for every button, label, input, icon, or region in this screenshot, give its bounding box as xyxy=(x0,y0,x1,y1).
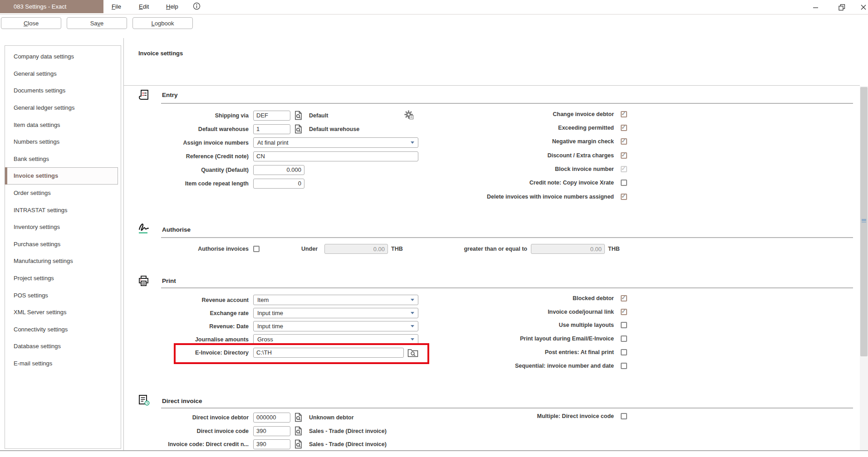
direct-invoice-section-title: Direct invoice xyxy=(162,398,202,404)
logbook-button[interactable]: Logbook xyxy=(132,17,193,29)
reference-credit-note-label: Reference (Credit note) xyxy=(136,153,249,160)
sequential-invoice-number-date-checkbox[interactable] xyxy=(621,363,627,369)
credit-note-copy-invoice-xrate-checkbox[interactable] xyxy=(621,180,627,186)
invoice-code-direct-credit-note-row: Invoice code: Direct credit n... Sales -… xyxy=(136,439,387,449)
entry-ledger-icon xyxy=(137,89,150,103)
sidebar-item-project-settings[interactable]: Project settings xyxy=(5,270,121,287)
save-button[interactable]: Save xyxy=(67,17,127,29)
item-code-repeat-length-input[interactable] xyxy=(253,179,304,189)
revenue-date-label: Revenue: Date xyxy=(136,323,249,330)
invoice-code-journal-link-checkbox[interactable] xyxy=(621,309,627,315)
close-window-button[interactable] xyxy=(857,3,868,11)
item-code-repeat-length-row: Item code repeat length xyxy=(136,178,304,189)
greater-than-label: greater than or equal to xyxy=(431,244,527,254)
sidebar-item-intrastat-settings[interactable]: INTRASTAT settings xyxy=(5,201,121,219)
page-title: Invoice settings xyxy=(138,50,183,57)
default-warehouse-label: Default warehouse xyxy=(136,126,249,132)
sidebar-item-general-ledger-settings[interactable]: General ledger settings xyxy=(5,99,121,117)
direct-invoice-debtor-input[interactable] xyxy=(253,413,290,423)
post-entries-final-print-checkbox[interactable] xyxy=(621,349,627,355)
info-icon[interactable] xyxy=(193,2,201,12)
reference-credit-note-row: Reference (Credit note) xyxy=(136,151,418,161)
default-warehouse-input[interactable] xyxy=(253,124,290,134)
sidebar-item-connectivity-settings[interactable]: Connectivity settings xyxy=(5,321,121,338)
einvoice-directory-label: E-Invoice: Directory xyxy=(136,350,249,356)
default-warehouse-row: Default warehouse Default warehouse xyxy=(136,124,359,134)
assign-invoice-numbers-select[interactable]: At final print xyxy=(253,137,418,148)
assign-invoice-numbers-row: Assign invoice numbers At final print xyxy=(136,137,418,148)
checkbox-row: Block invoice number xyxy=(404,164,627,174)
revenue-account-select[interactable]: Item xyxy=(253,295,418,305)
sidebar-item-email-settings[interactable]: E-mail settings xyxy=(5,355,121,372)
quantity-default-input[interactable] xyxy=(253,165,304,175)
reference-credit-note-input[interactable] xyxy=(253,151,418,161)
exchange-rate-label: Exchange rate xyxy=(136,310,249,316)
browse-icon[interactable] xyxy=(294,426,303,436)
entry-section-title: Entry xyxy=(162,92,178,98)
checkbox-label: Invoice code/journal link xyxy=(404,309,614,315)
print-layout-email-einvoice-checkbox[interactable] xyxy=(621,335,627,342)
menu-divider xyxy=(0,14,868,15)
greater-than-currency-label: THB xyxy=(608,244,620,254)
menu-file[interactable]: File xyxy=(112,3,121,10)
use-multiple-layouts-checkbox[interactable] xyxy=(621,322,627,328)
direct-invoice-code-input[interactable] xyxy=(253,426,290,436)
sidebar-item-invoice-settings[interactable]: Invoice settings xyxy=(5,167,118,185)
blocked-debtor-checkbox[interactable] xyxy=(621,295,627,301)
sidebar-item-company-data-settings[interactable]: Company data settings xyxy=(5,48,121,65)
journalise-amounts-value: Gross xyxy=(257,336,273,343)
assign-invoice-numbers-value: At final print xyxy=(257,139,289,146)
sidebar-item-manufacturing-settings[interactable]: Manufacturing settings xyxy=(5,253,121,270)
block-invoice-number-checkbox xyxy=(621,166,627,172)
revenue-date-select[interactable]: Input time xyxy=(253,321,418,331)
menu-help[interactable]: Help xyxy=(166,3,178,10)
checkbox-row: Blocked debtor xyxy=(404,293,627,303)
checkbox-row: Post entries: At final print xyxy=(404,347,627,357)
multiple-direct-invoice-code-checkbox[interactable] xyxy=(621,413,627,419)
discount-extra-charges-checkbox[interactable] xyxy=(621,152,627,159)
sidebar-item-order-settings[interactable]: Order settings xyxy=(5,185,121,202)
checkbox-label: Post entries: At final print xyxy=(404,349,614,355)
minimize-button[interactable] xyxy=(809,3,822,11)
direct-invoice-debtor-label: Direct invoice debtor xyxy=(136,414,249,421)
sidebar-item-bank-settings[interactable]: Bank settings xyxy=(5,151,121,168)
browse-icon[interactable] xyxy=(294,439,303,449)
browse-icon[interactable] xyxy=(294,124,303,134)
authorise-section-divider xyxy=(161,237,853,238)
revenue-account-value: Item xyxy=(257,297,269,303)
delete-invoices-checkbox[interactable] xyxy=(621,194,627,200)
item-code-repeat-length-label: Item code repeat length xyxy=(136,180,249,187)
revenue-account-label: Revenue account xyxy=(136,297,249,303)
checkbox-label: Use multiple layouts xyxy=(404,322,614,328)
journalise-amounts-select[interactable]: Gross xyxy=(253,334,418,345)
checkbox-label: Discount / Extra charges xyxy=(404,152,614,159)
authorise-section-title: Authorise xyxy=(162,226,191,233)
restore-button[interactable] xyxy=(835,3,848,11)
sidebar-item-inventory-settings[interactable]: Inventory settings xyxy=(5,219,121,236)
authorise-row: Authorise invoices Under THB greater tha… xyxy=(0,244,868,254)
sidebar-item-numbers-settings[interactable]: Numbers settings xyxy=(5,133,121,151)
direct-invoice-document-clock-icon xyxy=(137,394,150,408)
close-button[interactable]: Close xyxy=(1,17,61,29)
sidebar-item-general-settings[interactable]: General settings xyxy=(5,65,121,83)
menu-edit[interactable]: Edit xyxy=(139,3,149,10)
sidebar-item-database-settings[interactable]: Database settings xyxy=(5,338,121,355)
revenue-date-row: Revenue: Date Input time xyxy=(136,321,418,331)
direct-invoice-code-row: Direct invoice code Sales - Trade (Direc… xyxy=(136,426,387,436)
sidebar-item-documents-settings[interactable]: Documents settings xyxy=(5,82,121,99)
invoice-code-direct-credit-note-input[interactable] xyxy=(253,439,290,449)
negative-margin-check-checkbox[interactable] xyxy=(621,138,627,145)
einvoice-directory-input[interactable] xyxy=(253,348,404,358)
checkbox-label: Blocked debtor xyxy=(404,295,614,301)
sidebar-item-xml-server-settings[interactable]: XML Server settings xyxy=(5,304,121,321)
authorise-invoices-checkbox[interactable] xyxy=(253,246,260,252)
sidebar-item-item-data-settings[interactable]: Item data settings xyxy=(5,116,121,133)
authorise-signature-icon xyxy=(137,222,151,236)
browse-icon[interactable] xyxy=(294,111,303,120)
shipping-via-input[interactable] xyxy=(253,111,290,121)
change-invoice-debtor-checkbox[interactable] xyxy=(621,111,627,117)
exchange-rate-select[interactable]: Input time xyxy=(253,308,418,318)
browse-icon[interactable] xyxy=(294,413,303,422)
sidebar-item-pos-settings[interactable]: POS settings xyxy=(5,287,121,304)
exceeding-permitted-checkbox[interactable] xyxy=(621,125,627,131)
